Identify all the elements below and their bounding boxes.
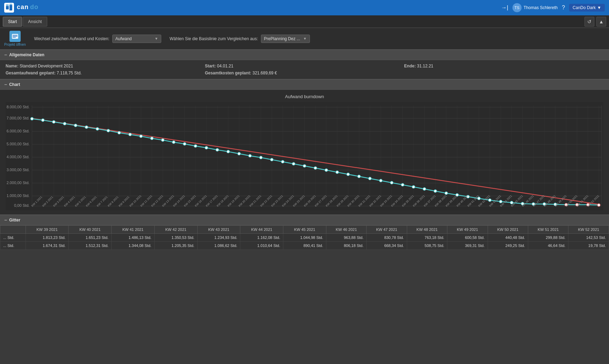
baseline-selector: Wählen Sie die Basislinie zum Vergleiche…: [170, 35, 310, 43]
svg-text:5.000,00 Std.: 5.000,00 Std.: [7, 142, 30, 146]
gitter-table: KW 39 2021 KW 40 2021 KW 41 2021 KW 42 2…: [0, 225, 609, 250]
cell-r1-kw41: 1.486,13 Std.: [112, 234, 155, 242]
svg-text:1.000,00 Std.: 1.000,00 Std.: [7, 194, 30, 198]
col-header-kw43: KW 43 2021: [197, 226, 240, 234]
cell-r2-kw51: 46,64 Std.: [528, 242, 568, 250]
logo-text: can do: [17, 3, 41, 13]
cell-r1-kw47: 830,78 Std.: [367, 234, 407, 242]
cell-r2-kw45: 890,41 Std.: [283, 242, 326, 250]
col-header-empty: [0, 226, 26, 234]
chart-section: Aufwand burndown 8.000,00 Std. 7.000,00 …: [0, 90, 609, 215]
svg-point-117: [401, 183, 404, 186]
gitter-table-wrapper[interactable]: KW 39 2021 KW 40 2021 KW 41 2021 KW 42 2…: [0, 225, 609, 250]
svg-point-97: [183, 143, 186, 145]
col-header-kw51: KW 51 2021: [528, 226, 568, 234]
col-header-kw40: KW 40 2021: [69, 226, 112, 234]
cell-r2-kw46: 806,18 Std.: [326, 242, 366, 250]
name-cell: Name: Standard Development 2021: [6, 64, 205, 68]
gitter-label: Gitter: [9, 218, 20, 223]
collapse-icon: −: [4, 217, 7, 223]
chevron-down-icon: ▼: [155, 37, 158, 41]
svg-point-98: [194, 145, 197, 147]
svg-text:7.000,00 Std.: 7.000,00 Std.: [7, 116, 30, 120]
general-data-section: Name: Standard Development 2021 Start: 0…: [0, 60, 609, 79]
col-header-kw42: KW 42 2021: [154, 226, 197, 234]
svg-text:4.000,00 Std.: 4.000,00 Std.: [7, 155, 30, 159]
cell-r1-kw52: 142,53 Std.: [568, 234, 609, 242]
svg-point-101: [227, 150, 229, 153]
allgemeine-daten-header[interactable]: − Allgemeine Daten: [0, 50, 609, 60]
user-area[interactable]: TS Thomas Schlereth: [512, 3, 558, 12]
projekt-icon: [9, 31, 21, 42]
chart-header[interactable]: − Chart: [0, 79, 609, 90]
svg-point-105: [270, 158, 273, 161]
chart-container: 8.000,00 Std. 7.000,00 Std. 6.000,00 Std…: [6, 102, 603, 210]
cell-r1-kw46: 963,88 Std.: [326, 234, 366, 242]
svg-point-109: [314, 167, 317, 169]
effort-value: Aufwand: [115, 36, 132, 41]
svg-point-92: [129, 133, 132, 136]
col-header-kw47: KW 47 2021: [367, 226, 407, 234]
refresh-button[interactable]: ↺: [585, 17, 594, 27]
cell-r1-kw48: 763,18 Std.: [407, 234, 447, 242]
projekt-label: Projekt öffnen: [4, 43, 26, 46]
chevron-down-icon: ▼: [597, 5, 601, 10]
cell-r1-kw50: 440,48 Std.: [488, 234, 528, 242]
col-header-kw41: KW 41 2021: [112, 226, 155, 234]
projekt-oeffnen-button[interactable]: Projekt öffnen: [4, 31, 26, 46]
svg-point-89: [96, 128, 99, 130]
svg-text:do: do: [30, 3, 38, 10]
gesamtaufwand-cell: Gesamtaufwand geplant: 7.118,75 Std.: [6, 71, 205, 75]
row-label-2: ... Std.: [0, 242, 26, 250]
help-icon[interactable]: ?: [562, 5, 565, 11]
header-right: →| TS Thomas Schlereth ? CanDo Dark ▼: [501, 3, 605, 12]
tab-start[interactable]: Start: [3, 17, 22, 27]
collapse-button[interactable]: ▲: [596, 17, 606, 27]
svg-point-103: [249, 154, 252, 157]
svg-point-100: [216, 148, 219, 151]
cell-r2-kw52: 19,78 Std.: [568, 242, 609, 250]
gitter-header[interactable]: − Gitter: [0, 215, 609, 225]
svg-point-110: [325, 169, 328, 172]
logo-icon: [4, 3, 14, 13]
logo-area: can do: [4, 3, 41, 13]
baseline-label: Wählen Sie die Basislinie zum Vergleiche…: [170, 36, 258, 41]
svg-point-88: [85, 126, 88, 129]
col-header-kw46: KW 46 2021: [326, 226, 366, 234]
theme-button[interactable]: CanDo Dark ▼: [569, 4, 605, 12]
svg-point-115: [380, 179, 382, 182]
toolbar-right: ↺ ▲: [585, 17, 606, 27]
cell-r2-kw49: 369,31 Std.: [447, 242, 488, 250]
col-header-kw49: KW 49 2021: [447, 226, 488, 234]
cell-r1-kw45: 1.044,98 Std.: [283, 234, 326, 242]
cell-r2-kw41: 1.344,08 Std.: [112, 242, 155, 250]
gesamtkosten-cell: Gesamtkosten geplant: 321.689,69 €: [205, 71, 404, 75]
svg-point-114: [368, 177, 371, 180]
svg-text:8.000,00 Std.: 8.000,00 Std.: [7, 105, 30, 109]
svg-rect-9: [13, 37, 16, 38]
baseline-dropdown[interactable]: PrePlanning Dez ... ▼: [261, 35, 310, 43]
cell-r2-kw48: 508,75 Std.: [407, 242, 447, 250]
navigate-icon[interactable]: →|: [501, 5, 508, 11]
col-header-kw45: KW 45 2021: [283, 226, 326, 234]
cell-r1-kw49: 600,58 Std.: [447, 234, 488, 242]
col-header-kw44: KW 44 2021: [240, 226, 283, 234]
svg-point-93: [140, 135, 142, 138]
effort-dropdown[interactable]: Aufwand ▼: [112, 35, 161, 43]
cell-r2-kw39: 1.674,31 Std.: [26, 242, 69, 250]
avatar: TS: [512, 3, 522, 12]
allgemeine-daten-label: Allgemeine Daten: [9, 52, 44, 57]
data-row-name: Name: Standard Development 2021 Start: 0…: [6, 64, 603, 68]
svg-point-118: [412, 185, 415, 188]
collapse-icon: −: [4, 52, 7, 58]
user-name: Thomas Schlereth: [524, 5, 558, 10]
chart-svg: 8.000,00 Std. 7.000,00 Std. 6.000,00 Std…: [6, 102, 603, 210]
cell-r2-kw42: 1.205,35 Std.: [154, 242, 197, 250]
chart-label: Chart: [9, 82, 20, 87]
svg-point-95: [161, 139, 164, 141]
cell-r2-kw43: 1.086,62 Std.: [197, 242, 240, 250]
tab-ansicht[interactable]: Ansicht: [23, 17, 47, 27]
svg-point-125: [488, 199, 491, 202]
cell-r1-kw42: 1.350,53 Std.: [154, 234, 197, 242]
cell-r2-kw44: 1.010,64 Std.: [240, 242, 283, 250]
